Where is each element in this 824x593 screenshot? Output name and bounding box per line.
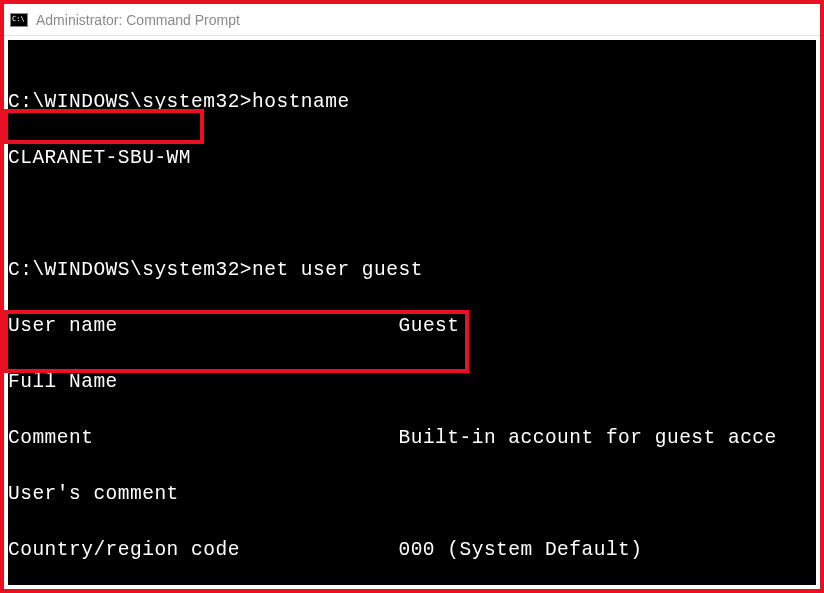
output-row: User name Guest [8,312,816,340]
output-row: User's comment [8,480,816,508]
output-row: Country/region code 000 (System Default) [8,536,816,564]
app-frame: Administrator: Command Prompt C:\WINDOWS… [0,0,824,593]
cmd-icon [10,13,28,27]
window-title: Administrator: Command Prompt [36,12,240,28]
blank-line [8,200,816,228]
output-row: Full Name [8,368,816,396]
output-row: Comment Built-in account for guest acce [8,424,816,452]
prompt-line: C:\WINDOWS\system32>hostname [8,88,816,116]
titlebar[interactable]: Administrator: Command Prompt [4,4,820,36]
hostname-output: CLARANET-SBU-WM [8,144,816,172]
prompt-line: C:\WINDOWS\system32>net user guest [8,256,816,284]
terminal-output[interactable]: C:\WINDOWS\system32>hostname CLARANET-SB… [8,40,816,585]
